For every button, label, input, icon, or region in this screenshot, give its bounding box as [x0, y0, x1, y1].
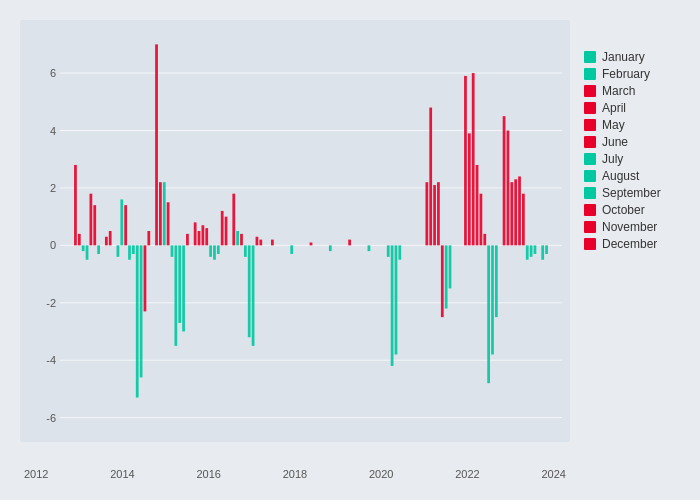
svg-rect-17	[86, 245, 89, 259]
x-label-2012: 2012	[24, 468, 48, 480]
legend-item-april: April	[584, 101, 690, 115]
svg-rect-64	[387, 245, 390, 256]
svg-text:-2: -2	[46, 297, 56, 309]
svg-rect-60	[310, 242, 313, 245]
svg-rect-65	[391, 245, 394, 366]
legend-item-july: July	[584, 152, 690, 166]
legend-item-june: June	[584, 135, 690, 149]
svg-rect-18	[90, 194, 93, 246]
svg-rect-87	[514, 179, 517, 245]
x-label-2018: 2018	[283, 468, 307, 480]
legend-swatch-january	[584, 51, 596, 63]
legend-label-february: February	[602, 67, 650, 81]
svg-rect-77	[472, 73, 475, 245]
legend-item-january: January	[584, 50, 690, 64]
legend-item-february: February	[584, 67, 690, 81]
legend-item-november: November	[584, 220, 690, 234]
svg-rect-46	[213, 245, 216, 259]
svg-rect-47	[217, 245, 220, 254]
legend-swatch-may	[584, 119, 596, 131]
legend-item-may: May	[584, 118, 690, 132]
legend-swatch-september	[584, 187, 596, 199]
svg-text:4: 4	[50, 125, 56, 137]
legend-label-november: November	[602, 220, 657, 234]
svg-rect-66	[395, 245, 398, 354]
svg-rect-38	[178, 245, 181, 323]
legend-swatch-april	[584, 102, 596, 114]
chart-svg: -6-4-20246	[20, 20, 570, 442]
svg-rect-51	[236, 231, 239, 245]
svg-rect-55	[252, 245, 255, 346]
svg-rect-73	[445, 245, 448, 308]
plot-wrapper: -6-4-20246 2012 2014 2016 2018 2020 2022…	[20, 20, 570, 480]
svg-rect-70	[433, 185, 436, 245]
legend-swatch-march	[584, 85, 596, 97]
legend-swatch-august	[584, 170, 596, 182]
svg-rect-80	[483, 234, 486, 245]
svg-rect-23	[117, 245, 120, 256]
svg-rect-29	[140, 245, 143, 377]
svg-rect-82	[491, 245, 494, 354]
svg-text:6: 6	[50, 67, 56, 79]
x-label-2014: 2014	[110, 468, 134, 480]
svg-rect-37	[174, 245, 177, 346]
svg-rect-25	[124, 205, 127, 245]
legend-label-april: April	[602, 101, 626, 115]
legend-swatch-july	[584, 153, 596, 165]
svg-rect-28	[136, 245, 139, 397]
svg-rect-58	[271, 240, 274, 246]
svg-rect-14	[74, 165, 77, 245]
svg-rect-86	[510, 182, 513, 245]
svg-rect-31	[147, 231, 150, 245]
svg-rect-62	[348, 240, 351, 246]
svg-rect-53	[244, 245, 247, 256]
svg-rect-72	[441, 245, 444, 317]
legend-label-december: December	[602, 237, 657, 251]
svg-rect-43	[201, 225, 204, 245]
svg-rect-59	[290, 245, 293, 254]
legend-item-december: December	[584, 237, 690, 251]
x-label-2020: 2020	[369, 468, 393, 480]
svg-rect-32	[155, 44, 158, 245]
legend-label-august: August	[602, 169, 639, 183]
svg-rect-79	[480, 194, 483, 246]
svg-rect-81	[487, 245, 490, 383]
svg-rect-92	[534, 245, 537, 254]
x-label-2016: 2016	[197, 468, 221, 480]
svg-rect-57	[259, 240, 262, 246]
svg-rect-39	[182, 245, 185, 331]
svg-rect-88	[518, 176, 521, 245]
svg-rect-33	[159, 182, 162, 245]
svg-rect-50	[232, 194, 235, 246]
svg-rect-36	[171, 245, 174, 256]
svg-rect-89	[522, 194, 525, 246]
svg-rect-83	[495, 245, 498, 317]
svg-rect-42	[198, 231, 201, 245]
svg-rect-22	[109, 231, 112, 245]
svg-rect-45	[209, 245, 212, 256]
svg-rect-30	[144, 245, 147, 311]
svg-rect-61	[329, 245, 332, 251]
svg-rect-91	[530, 245, 533, 256]
svg-rect-93	[541, 245, 544, 259]
svg-rect-21	[105, 237, 108, 246]
svg-rect-26	[128, 245, 131, 259]
legend-item-october: October	[584, 203, 690, 217]
legend-swatch-november	[584, 221, 596, 233]
legend-swatch-june	[584, 136, 596, 148]
legend-swatch-october	[584, 204, 596, 216]
svg-rect-20	[97, 245, 100, 254]
svg-rect-52	[240, 234, 243, 245]
svg-text:-4: -4	[46, 354, 56, 366]
svg-rect-74	[449, 245, 452, 288]
legend-label-june: June	[602, 135, 628, 149]
plot-background: -6-4-20246	[20, 20, 570, 442]
x-label-2024: 2024	[542, 468, 566, 480]
chart-legend: JanuaryFebruaryMarchAprilMayJuneJulyAugu…	[570, 20, 690, 480]
svg-rect-54	[248, 245, 251, 337]
x-axis-labels: 2012 2014 2016 2018 2020 2022 2024	[20, 466, 570, 480]
svg-rect-27	[132, 245, 135, 254]
svg-rect-78	[476, 165, 479, 245]
svg-rect-76	[468, 133, 471, 245]
svg-rect-84	[503, 116, 506, 245]
